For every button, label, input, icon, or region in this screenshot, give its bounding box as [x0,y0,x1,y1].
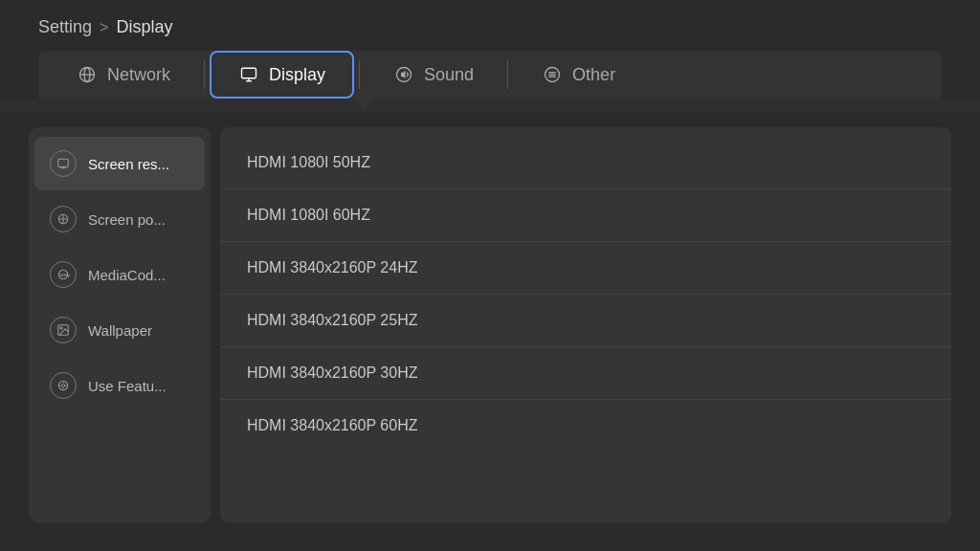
tab-divider-1 [204,60,205,89]
wallpaper-icon [50,317,77,343]
display-icon [238,64,259,85]
header: Setting > Display Network [0,0,980,99]
breadcrumb-root: Setting [38,17,92,37]
sidebar-screen-po-label: Screen po... [88,211,166,228]
resolution-item-2[interactable]: HDMI 3840x2160P 24HZ [220,242,951,295]
tab-pointer [0,99,980,112]
sidebar-wallpaper-label: Wallpaper [88,322,152,339]
sidebar-item-screen-po[interactable]: Screen po... [34,192,205,246]
tab-display-label: Display [269,65,325,85]
screen-res-icon [50,150,77,177]
tab-divider-2 [359,60,360,89]
tab-divider-3 [507,60,508,89]
sound-icon [393,64,414,85]
svg-point-21 [60,327,62,329]
mediacod-icon: 1080p [50,261,77,288]
sidebar-item-mediacod[interactable]: 1080p MediaCod... [34,248,205,301]
resolution-item-5[interactable]: HDMI 3840x2160P 60HZ [220,400,951,452]
tab-other[interactable]: Other [513,51,644,99]
tab-display[interactable]: Display [210,51,354,99]
sidebar-use-featu-label: Use Featu... [88,378,167,394]
breadcrumb-separator: > [100,19,108,36]
sidebar-item-use-featu[interactable]: Use Featu... [34,359,205,412]
svg-marker-7 [401,71,406,79]
resolution-item-4[interactable]: HDMI 3840x2160P 30HZ [220,347,951,400]
tab-network[interactable]: Network [48,51,199,99]
breadcrumb: Setting > Display [38,17,942,37]
tab-network-label: Network [107,65,170,85]
sidebar-item-wallpaper[interactable]: Wallpaper [34,303,205,357]
tab-other-label: Other [572,65,615,85]
sidebar-item-screen-res[interactable]: Screen res... [34,137,205,190]
main-content: Screen res... Screen po... 1080p Media [0,112,980,539]
resolution-panel: HDMI 1080I 50HZ HDMI 1080I 60HZ HDMI 384… [220,127,951,523]
use-featu-icon [50,372,77,399]
other-icon [542,64,563,85]
resolution-item-3[interactable]: HDMI 3840x2160P 25HZ [220,295,951,347]
sidebar: Screen res... Screen po... 1080p Media [29,127,211,523]
screen-po-icon [50,206,77,232]
sidebar-screen-res-label: Screen res... [88,156,169,172]
breadcrumb-current: Display [116,17,172,37]
tab-sound[interactable]: Sound [365,51,502,99]
resolution-item-1[interactable]: HDMI 1080I 60HZ [220,189,951,242]
resolution-item-0[interactable]: HDMI 1080I 50HZ [220,137,951,189]
svg-point-23 [61,384,65,387]
svg-rect-12 [58,159,69,166]
tab-sound-label: Sound [424,65,474,85]
svg-text:1080p: 1080p [59,273,70,277]
network-icon [77,64,98,85]
sidebar-mediacod-label: MediaCod... [88,267,166,283]
svg-rect-3 [242,68,256,78]
tab-bar: Network Display [38,51,942,99]
